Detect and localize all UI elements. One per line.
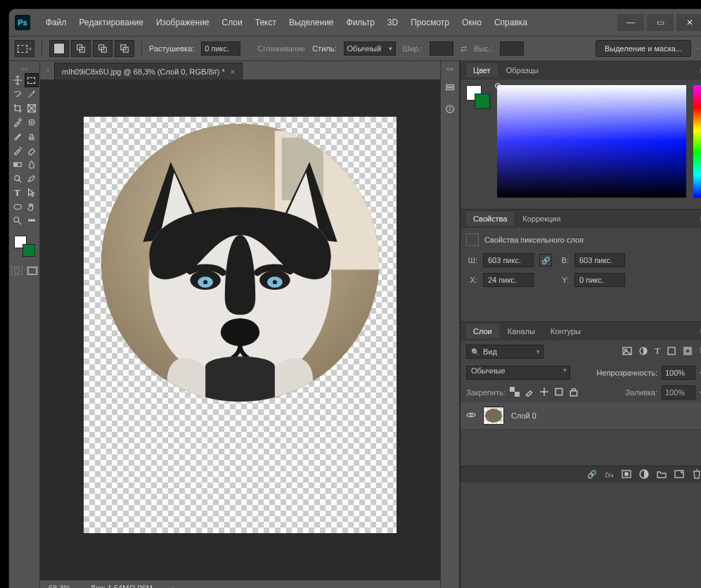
link-layers-icon[interactable]: 🔗 [587,470,597,479]
layer-filter-select[interactable]: 🔍 Вид [466,345,544,359]
new-selection-button[interactable] [49,40,69,57]
prop-x-input[interactable]: 24 пикс. [483,273,534,287]
close-tab-icon[interactable]: × [231,68,235,76]
menu-type[interactable]: Текст [250,15,282,30]
new-adjustment-icon[interactable] [639,469,649,480]
menu-file[interactable]: Файл [40,15,72,30]
color-swatches[interactable] [14,236,35,257]
lock-all-icon[interactable] [569,387,579,398]
tab-swatches[interactable]: Образцы [499,63,546,77]
info-panel-icon[interactable] [444,103,456,115]
crop-tool[interactable] [11,102,24,115]
dodge-tool[interactable] [11,172,24,185]
rectangular-marquee-tool[interactable] [25,74,38,87]
options-overflow-icon[interactable]: ⋯ [695,44,701,53]
history-panel-icon[interactable] [444,82,456,94]
eyedropper-tool[interactable] [11,116,24,129]
pen-tool[interactable] [25,172,38,185]
layer-effects-icon[interactable]: fx▾ [605,471,614,479]
layer-list[interactable]: Слой 0 [461,402,701,466]
filter-adjust-icon[interactable] [638,346,648,358]
layer-item[interactable]: Слой 0 [461,402,701,430]
type-tool[interactable]: T [11,186,24,199]
canvas[interactable] [84,117,397,533]
add-mask-icon[interactable] [622,469,631,480]
lock-pixels-icon[interactable] [525,387,534,398]
add-selection-button[interactable] [71,40,91,57]
menu-select[interactable]: Выделение [283,15,340,30]
select-and-mask-button[interactable]: Выделение и маска... [596,40,691,57]
menu-view[interactable]: Просмотр [405,15,455,30]
lock-artboard-icon[interactable] [554,387,564,398]
edit-toolbar-button[interactable]: ••• [25,215,38,227]
document-tab[interactable]: mIh09iC8x6U.jpg @ 68,3% (Слой 0, RGB/8#)… [54,63,243,79]
doc-size-info[interactable]: Док: 1,54M/2,06M [90,584,153,588]
canvas-viewport[interactable] [40,79,440,580]
prop-w-input[interactable]: 603 пикс. [483,253,534,267]
filter-type-icon[interactable]: T [655,346,660,358]
layer-name[interactable]: Слой 0 [511,411,536,420]
hand-tool[interactable] [25,200,38,213]
new-group-icon[interactable] [657,469,667,480]
menu-layer[interactable]: Слои [217,15,248,30]
zoom-tool[interactable] [11,215,24,227]
shape-tool[interactable] [11,200,24,213]
blur-tool[interactable] [25,158,38,171]
zoom-level[interactable]: 68,3% [49,584,70,588]
filter-pixel-icon[interactable] [622,346,632,358]
fill-input[interactable]: 100% [662,385,695,400]
tab-layers[interactable]: Слои [466,324,499,338]
path-selection-tool[interactable] [25,186,38,199]
tab-adjustments[interactable]: Коррекция [515,212,567,226]
history-brush-tool[interactable] [11,144,24,157]
gradient-tool[interactable] [11,158,24,171]
toolbox-collapse-icon[interactable]: «« [9,65,39,74]
current-tool-preview[interactable]: ▾ [15,40,34,57]
blend-mode-select[interactable]: Обычные [466,366,570,380]
delete-layer-icon[interactable] [692,469,701,480]
tab-properties[interactable]: Свойства [466,212,514,226]
move-tool[interactable] [11,74,24,87]
menu-edit[interactable]: Редактирование [74,15,149,30]
status-caret-icon[interactable]: ▸ [172,584,176,589]
opacity-input[interactable]: 100% [662,366,695,380]
panel-background-swatch[interactable] [475,94,490,109]
magic-wand-tool[interactable] [25,88,38,101]
healing-brush-tool[interactable] [25,116,38,129]
link-wh-icon[interactable]: 🔗 [539,254,552,267]
style-select[interactable]: Обычный [344,41,396,56]
eraser-tool[interactable] [25,144,38,157]
tabs-collapse-icon[interactable]: » [41,67,54,74]
menu-image[interactable]: Изображение [150,15,215,30]
subtract-selection-button[interactable] [93,40,112,57]
color-panel-swatches[interactable] [466,85,490,109]
screen-mode-icon[interactable] [27,267,38,275]
tab-paths[interactable]: Контуры [544,324,588,338]
filter-shape-icon[interactable] [667,346,676,358]
new-layer-icon[interactable] [674,469,684,480]
quick-mask-toggle[interactable] [11,267,38,275]
lasso-tool[interactable] [11,88,24,101]
prop-y-input[interactable]: 0 пикс. [574,273,625,287]
feather-input[interactable]: 0 пикс. [201,41,240,56]
menu-window[interactable]: Окно [456,15,487,30]
brush-tool[interactable] [11,130,24,143]
hue-slider[interactable] [693,85,701,198]
layer-thumbnail[interactable] [483,407,504,425]
intersect-selection-button[interactable] [115,40,134,57]
color-spectrum[interactable] [497,85,686,198]
menu-help[interactable]: Справка [489,15,533,30]
prop-h-input[interactable]: 603 пикс. [574,253,625,267]
clone-stamp-tool[interactable] [25,130,38,143]
filter-smart-icon[interactable] [683,346,693,358]
maximize-button[interactable]: ▭ [647,14,674,31]
layer-visibility-icon[interactable] [466,410,476,421]
lock-position-icon[interactable] [539,387,549,398]
lock-transparency-icon[interactable] [510,387,520,398]
menu-3d[interactable]: 3D [382,15,404,30]
standard-mode-icon[interactable] [11,267,22,275]
close-button[interactable]: ✕ [676,14,701,31]
tab-channels[interactable]: Каналы [501,324,542,338]
menu-filter[interactable]: Фильтр [341,15,380,30]
frame-tool[interactable] [25,102,38,115]
